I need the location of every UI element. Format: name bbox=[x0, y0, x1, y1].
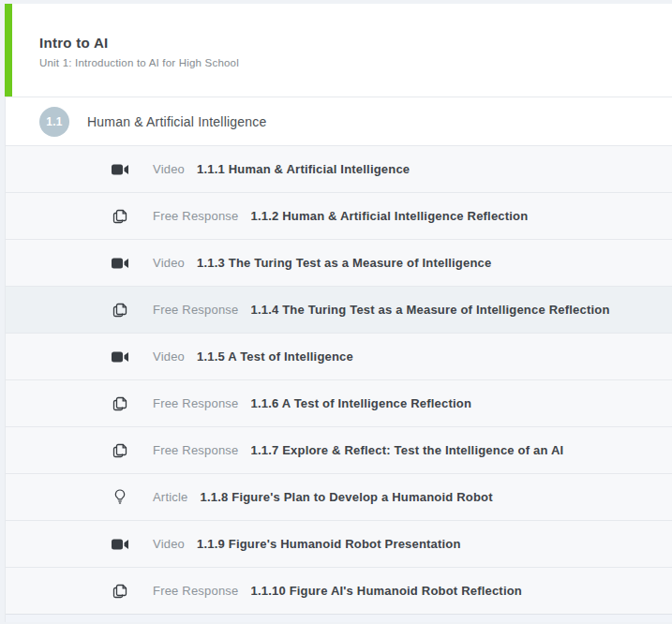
item-title: 1.1.1 Human & Artificial Intelligence bbox=[197, 162, 410, 176]
item-type-label: Video bbox=[153, 162, 185, 176]
course-header-text: Intro to AI Unit 1: Introduction to AI f… bbox=[12, 4, 239, 97]
lesson-item-row[interactable]: Free Response 1.1.10 Figure AI's Humanoi… bbox=[6, 567, 672, 614]
next-row-partial bbox=[6, 614, 672, 622]
copy-pages-icon bbox=[111, 583, 129, 600]
copy-pages-icon bbox=[111, 442, 129, 459]
lesson-item-row[interactable]: Video 1.1.1 Human & Artificial Intellige… bbox=[6, 145, 672, 192]
item-title: 1.1.3 The Turing Test as a Measure of In… bbox=[197, 256, 491, 270]
lesson-item-row[interactable]: Video 1.1.3 The Turing Test as a Measure… bbox=[6, 239, 672, 286]
item-type-label: Free Response bbox=[153, 209, 238, 223]
lesson-number-badge: 1.1 bbox=[39, 107, 69, 137]
lightbulb-icon bbox=[111, 489, 129, 506]
video-camera-icon bbox=[111, 161, 129, 178]
lesson-item-row[interactable]: Video 1.1.5 A Test of Intelligence bbox=[6, 333, 672, 379]
item-title: 1.1.5 A Test of Intelligence bbox=[197, 349, 353, 364]
lesson-title: Human & Artificial Intelligence bbox=[87, 114, 266, 129]
lesson-item-row[interactable]: Free Response 1.1.6 A Test of Intelligen… bbox=[6, 379, 672, 426]
lesson-item-row[interactable]: Free Response 1.1.2 Human & Artificial I… bbox=[6, 192, 672, 239]
video-camera-icon bbox=[111, 255, 129, 272]
item-title: 1.1.10 Figure AI's Humanoid Robot Reflec… bbox=[250, 584, 522, 598]
item-title: 1.1.4 The Turing Test as a Measure of In… bbox=[250, 303, 609, 317]
lesson-items-list: Video 1.1.1 Human & Artificial Intellige… bbox=[6, 145, 672, 614]
item-type-label: Free Response bbox=[153, 584, 238, 598]
item-title: 1.1.8 Figure's Plan to Develop a Humanoi… bbox=[201, 490, 493, 504]
course-header: Intro to AI Unit 1: Introduction to AI f… bbox=[5, 4, 672, 97]
lesson-item-row[interactable]: Article 1.1.8 Figure's Plan to Develop a… bbox=[6, 473, 672, 520]
item-type-label: Free Response bbox=[153, 443, 238, 457]
course-title: Intro to AI bbox=[39, 35, 239, 51]
lesson-item-row[interactable]: Free Response 1.1.4 The Turing Test as a… bbox=[6, 286, 672, 333]
item-title: 1.1.2 Human & Artificial Intelligence Re… bbox=[250, 209, 528, 223]
course-accent-bar bbox=[5, 4, 12, 97]
lesson-section-header[interactable]: 1.1 Human & Artificial Intelligence bbox=[6, 97, 672, 145]
item-type-label: Article bbox=[153, 490, 188, 504]
item-type-label: Video bbox=[153, 537, 185, 551]
item-title: 1.1.7 Explore & Reflect: Test the Intell… bbox=[250, 443, 563, 457]
course-subtitle: Unit 1: Introduction to AI for High Scho… bbox=[39, 57, 239, 68]
item-type-label: Free Response bbox=[153, 303, 238, 317]
course-card: Intro to AI Unit 1: Introduction to AI f… bbox=[5, 4, 672, 622]
video-camera-icon bbox=[111, 536, 129, 553]
item-type-label: Video bbox=[153, 349, 185, 364]
lesson-section: 1.1 Human & Artificial Intelligence Vide… bbox=[5, 97, 672, 622]
item-type-label: Video bbox=[153, 256, 185, 270]
course-outline-page: Intro to AI Unit 1: Introduction to AI f… bbox=[0, 0, 672, 624]
copy-pages-icon bbox=[111, 395, 129, 412]
item-title: 1.1.9 Figure's Humanoid Robot Presentati… bbox=[197, 537, 461, 551]
lesson-item-row[interactable]: Free Response 1.1.7 Explore & Reflect: T… bbox=[6, 426, 672, 473]
lesson-item-row[interactable]: Video 1.1.9 Figure's Humanoid Robot Pres… bbox=[6, 520, 672, 567]
copy-pages-icon bbox=[111, 302, 129, 319]
item-type-label: Free Response bbox=[153, 396, 238, 410]
video-camera-icon bbox=[111, 349, 129, 365]
item-title: 1.1.6 A Test of Intelligence Reflection bbox=[250, 396, 471, 410]
copy-pages-icon bbox=[111, 208, 129, 225]
